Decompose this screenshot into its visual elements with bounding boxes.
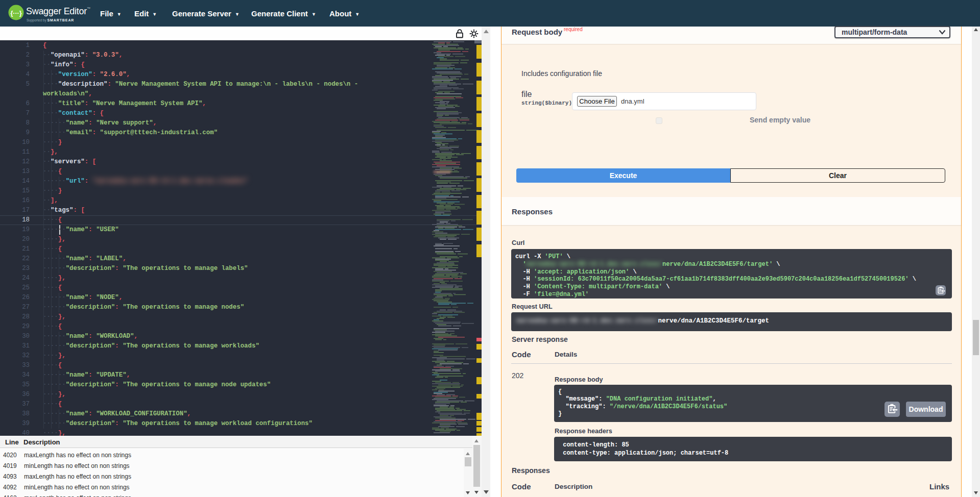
svg-text:{···}: {···}: [10, 10, 21, 17]
